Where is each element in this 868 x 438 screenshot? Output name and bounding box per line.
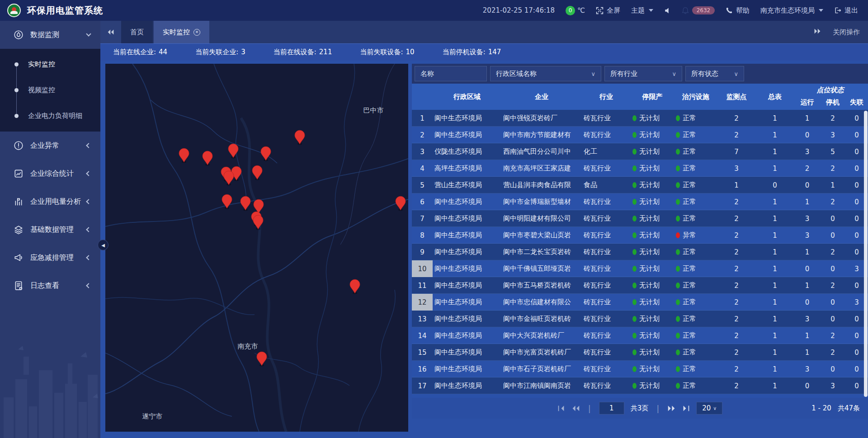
table-scrollbar[interactable]: [864, 111, 868, 397]
cell-facility-status: 正常: [674, 181, 717, 189]
sidebar-item-data-monitor[interactable]: 数据监测: [0, 21, 100, 49]
table-row[interactable]: 5营山生态环境局营山县润丰肉食品有限食品无计划正常10010: [412, 177, 868, 193]
map-collapse-button[interactable]: ◀: [98, 240, 108, 250]
close-tab-icon[interactable]: ✕: [193, 29, 200, 36]
sidebar-item-base-data[interactable]: 基础数据管理: [0, 216, 100, 244]
map-pin[interactable]: [227, 143, 239, 158]
next-page-button[interactable]: [667, 405, 676, 412]
pager-divider: |: [656, 404, 659, 413]
name-filter-input[interactable]: [420, 70, 481, 78]
notifications-button[interactable]: 2632: [682, 6, 715, 14]
table-row[interactable]: 3仪陇生态环境局西南油气田分公司川中化工无计划正常71350: [412, 143, 868, 160]
stat-item: 当前失联设备:10: [360, 48, 414, 57]
table-row[interactable]: 10阆中生态环境局阆中千佛镇五郎垭页岩砖瓦行业无计划正常21003: [412, 260, 868, 277]
map-pin[interactable]: [223, 170, 235, 186]
map[interactable]: 巴中市南充市遂宁市: [105, 64, 408, 432]
status-filter-select[interactable]: 所有状态∨: [685, 66, 744, 81]
region-filter-select[interactable]: 行政区域名称∨: [490, 66, 601, 81]
sidebar-item-enterprise-abnormal[interactable]: 企业异常: [0, 132, 100, 160]
cell-stopped-count: 2: [820, 165, 845, 173]
sidebar-item-enterprise-statistics[interactable]: 企业综合统计: [0, 160, 100, 188]
first-page-button[interactable]: [557, 405, 565, 412]
table-row[interactable]: 18南部生态环境局南部县双佳上河有限公建材加工无计划正常52052: [412, 394, 868, 398]
tabs-scroll-left-button[interactable]: [100, 21, 121, 43]
mute-button[interactable]: [664, 7, 671, 14]
table-row[interactable]: 7阆中生态环境局阆中明阳建材有限公司砖瓦行业无计划正常21300: [412, 210, 868, 227]
cell-region: 阆中生态环境局: [433, 264, 501, 273]
cell-run-count: 3: [794, 315, 820, 323]
cell-facility-status: 正常: [674, 298, 717, 306]
table-row[interactable]: 12阆中生态环境局阆中市忠信建材有限公砖瓦行业无计划正常21003: [412, 294, 868, 311]
cell-stopped-count: 2: [820, 349, 845, 357]
map-pin[interactable]: [256, 351, 268, 367]
cell-monitor-count: 2: [717, 131, 755, 139]
organization-menu[interactable]: 南充市生态环境局: [760, 6, 823, 15]
map-pin[interactable]: [251, 165, 263, 180]
table-row[interactable]: 11阆中生态环境局阆中市五马桥页岩机砖砖瓦行业无计划正常21120: [412, 277, 868, 294]
cell-run-count: 1: [794, 198, 820, 206]
name-filter-field[interactable]: [415, 66, 487, 81]
tab-label: 实时监控: [163, 28, 190, 37]
table-row[interactable]: 6阆中生态环境局阆中市金博瑞新型墙材砖瓦行业无计划正常21120: [412, 193, 868, 210]
last-page-button[interactable]: [682, 405, 690, 412]
cell-meter-count: 1: [755, 165, 794, 173]
logout-button[interactable]: 退出: [834, 6, 858, 15]
map-pin[interactable]: [240, 196, 251, 211]
status-dot-icon: [632, 249, 637, 255]
page-number-input[interactable]: [599, 402, 624, 414]
map-pin[interactable]: [178, 147, 190, 163]
table-row[interactable]: 8阆中生态环境局阆中市枣碧大梁山页岩砖瓦行业无计划异常21300: [412, 227, 868, 244]
map-pin[interactable]: [221, 194, 233, 209]
table-row[interactable]: 17阆中生态环境局阆中市江南镇阆南页岩砖瓦行业无计划正常21030: [412, 377, 868, 394]
status-dot-icon: [676, 199, 680, 205]
cell-index: 17: [412, 377, 433, 394]
tab-label: 首页: [130, 28, 144, 37]
theme-button[interactable]: 主题: [631, 6, 653, 15]
sidebar-item-log-view[interactable]: 日志查看: [0, 272, 100, 300]
table-row[interactable]: 2阆中生态环境局阆中市南方节能建材有砖瓦行业无计划正常21030: [412, 127, 868, 143]
monitor-icon: [14, 30, 24, 40]
table-row[interactable]: 1阆中生态环境局阆中强锐页岩砖厂砖瓦行业无计划正常21120: [412, 110, 868, 127]
cell-company: 阆中市枣碧大梁山页岩: [501, 231, 582, 240]
cell-index: 1: [412, 110, 433, 127]
table-row[interactable]: 4高坪生态环境局南充市高坪区王家店建砖瓦行业无计划正常31220: [412, 160, 868, 177]
status-dot-icon: [676, 366, 680, 372]
help-button[interactable]: 帮助: [726, 6, 750, 15]
cell-run-count: 1: [794, 282, 820, 290]
map-pin[interactable]: [294, 129, 306, 145]
cell-stop-plan-status: 无计划: [631, 181, 674, 189]
fullscreen-button[interactable]: 全屏: [596, 6, 620, 15]
chevron-left-icon: [86, 199, 91, 204]
table-row[interactable]: 15阆中生态环境局阆中市光富页岩机砖厂砖瓦行业无计划正常21120: [412, 344, 868, 361]
pin-icon: [221, 194, 233, 209]
map-pin[interactable]: [395, 196, 406, 211]
previous-page-button[interactable]: [571, 405, 580, 412]
cell-meter-count: 1: [755, 298, 794, 306]
sidebar-item-emergency-reduction[interactable]: 应急减排管理: [0, 244, 100, 272]
page-size-select[interactable]: 20∨: [696, 402, 722, 414]
table-row[interactable]: 16阆中生态环境局阆中市石子页岩机砖厂砖瓦行业无计划正常21300: [412, 361, 868, 377]
cell-stop-plan-status: 无计划: [631, 131, 674, 139]
close-operations-button[interactable]: 关闭操作: [833, 28, 860, 37]
stat-label: 当前在线设备:: [274, 48, 316, 57]
tab-实时监控[interactable]: 实时监控✕: [154, 21, 209, 43]
map-pin[interactable]: [349, 279, 361, 294]
sidebar-subitem-实时监控[interactable]: 实时监控: [0, 52, 100, 77]
cell-company: 阆中市五马桥页岩机砖: [501, 281, 582, 290]
map-pin[interactable]: [252, 214, 264, 230]
cell-index: 11: [412, 277, 433, 294]
table-row[interactable]: 9阆中生态环境局阆中市二龙长宝页岩砖砖瓦行业无计划正常21120: [412, 244, 868, 260]
industry-filter-select[interactable]: 所有行业∨: [604, 66, 682, 81]
cell-industry: 砖瓦行业: [582, 231, 631, 240]
map-pin[interactable]: [260, 146, 272, 161]
sidebar-subitem-视频监控[interactable]: 视频监控: [0, 77, 100, 103]
map-pin[interactable]: [202, 151, 213, 166]
sidebar-item-power-analysis[interactable]: 企业用电量分析: [0, 188, 100, 216]
table-row[interactable]: 13阆中生态环境局阆中市金福旺页岩机砖砖瓦行业无计划正常21300: [412, 311, 868, 327]
status-dot-icon: [632, 333, 637, 339]
tabs-scroll-right-button[interactable]: [814, 28, 821, 36]
tab-首页[interactable]: 首页: [121, 21, 153, 43]
table-row[interactable]: 14阆中生态环境局阆中大兴页岩机砖厂砖瓦行业无计划正常21120: [412, 327, 868, 344]
cell-company: 阆中市二龙长宝页岩砖: [501, 248, 582, 256]
sidebar-subitem-企业电力负荷明细[interactable]: 企业电力负荷明细: [0, 103, 100, 129]
